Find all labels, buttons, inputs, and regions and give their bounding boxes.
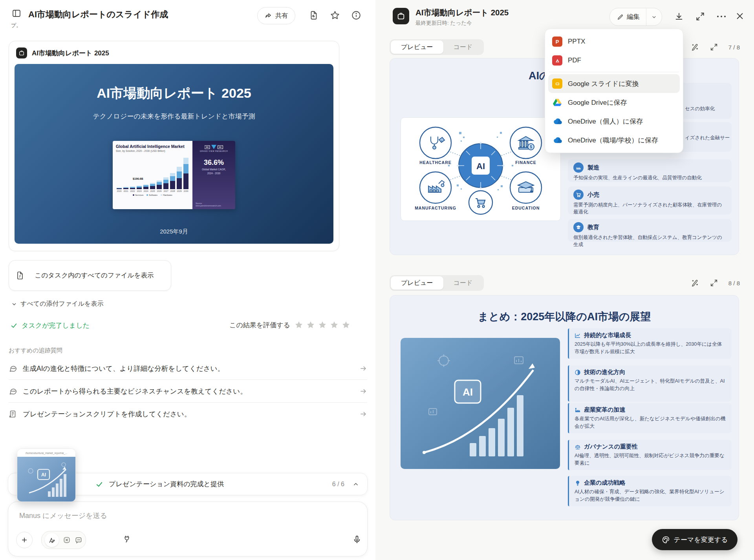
followup-question[interactable]: プレゼンテーションスクリプトを作成してください。: [9, 403, 367, 425]
page-indicator: 7 / 8: [728, 44, 740, 51]
desc-fragment: セスの効率化: [685, 106, 715, 112]
arrow-right-icon: [359, 410, 367, 418]
star-icon[interactable]: [341, 320, 351, 330]
chart-subtitle: Size, by Solution, 2020 - 2030 (USD Bill…: [116, 150, 189, 152]
attachments-toggle[interactable]: すべての添付ファイルを表示: [11, 300, 103, 308]
lightbulb-icon: [575, 480, 581, 486]
progress-count: 6 / 6: [332, 481, 344, 488]
chart-bar: [130, 186, 135, 189]
show-all-files-label: このタスク内のすべてのファイルを表示: [29, 271, 159, 280]
share-button[interactable]: 共有: [257, 7, 295, 24]
svg-text:$: $: [530, 145, 532, 149]
star-icon[interactable]: [306, 320, 315, 330]
change-theme-button[interactable]: テーマを変更する: [652, 529, 738, 550]
star-icon[interactable]: [294, 320, 304, 330]
menu-label: Google スライドに変換: [568, 79, 639, 88]
summary-desc: マルチモーダルAI、AIエージェント、特化型AIモデルの普及と、AIの自律性・推…: [575, 378, 726, 392]
question-text: 生成AIの進化と特徴について、より詳細な分析をしてください。: [23, 364, 354, 373]
sidebar-toggle-icon[interactable]: [12, 9, 21, 18]
show-all-files-button[interactable]: このタスク内のすべてのファイルを表示: [9, 260, 171, 291]
expand-icon[interactable]: [710, 279, 718, 287]
magic-edit-icon[interactable]: [691, 279, 699, 287]
followup-question[interactable]: 生成AIの進化と特徴について、より詳細な分析をしてください。: [9, 357, 367, 380]
slide-result-card[interactable]: AI市場動向レポート 2025 AI市場動向レポート 2025 テクノロジーの未…: [9, 41, 339, 251]
slide-preview-cover: AI市場動向レポート 2025 テクノロジーの未来を形作る最新トレンドと市場予測…: [15, 64, 333, 244]
tab-preview[interactable]: プレビュー: [391, 276, 443, 290]
chart-bar: [123, 187, 128, 189]
chart-source: Source: www.grandviewresearch.com: [196, 202, 221, 207]
connector-button[interactable]: [119, 531, 135, 547]
summary-desc: AI人材の確保・育成、データ戦略の強化、業界特化型AIソリューションの開発が競争…: [575, 488, 726, 503]
message-input[interactable]: [18, 511, 256, 520]
menu-item-pptx[interactable]: P PPTX: [548, 32, 680, 51]
menu-item-onedrive-work[interactable]: OneDrive（職場/学校）に保存: [548, 131, 680, 150]
grad-cap-icon: [573, 222, 584, 232]
followup-question[interactable]: このレポートから得られる主要なビジネスチャンスを教えてください。: [9, 380, 367, 403]
edit-button[interactable]: 編集: [610, 8, 646, 26]
star-icon[interactable]: [329, 320, 339, 330]
tab-code[interactable]: コード: [443, 276, 483, 290]
star-icon[interactable]: [330, 10, 340, 20]
summary-item: 技術の進化方向 マルチモーダルAI、AIエージェント、特化型AIモデルの普及と、…: [568, 365, 732, 401]
summary-desc: 2025年以降も年平均30%以上の成長率を維持し、2030年には全体市場が数兆ド…: [575, 341, 726, 356]
onedrive-icon: [552, 135, 562, 145]
chart-bar: [170, 173, 175, 189]
chart-title: Global Artificial Intelligence Market: [116, 144, 189, 149]
industry-title: 教育: [587, 224, 599, 231]
diagram-label-education: EDUCATION: [512, 206, 540, 210]
chat-bubble-icon: [9, 387, 17, 396]
download-icon[interactable]: [674, 11, 684, 22]
pdf-file-icon: [552, 55, 562, 66]
rating-stars[interactable]: [294, 320, 351, 330]
agent-mode-button[interactable]: [45, 533, 59, 547]
slide8-preview[interactable]: まとめ：2025年以降のAI市場の展望 AI: [390, 295, 739, 520]
file-thumbnail[interactable]: /home/ubuntu/ai_market_report/ai_... AI: [17, 449, 76, 502]
edit-menu-button[interactable]: [646, 8, 662, 26]
summary-item: 持続的な市場成長 2025年以降も年平均30%以上の成長率を維持し、2030年に…: [568, 328, 732, 359]
slide-card-header: AI市場動向レポート 2025: [16, 47, 109, 58]
cart-icon: [573, 190, 584, 200]
expand-icon[interactable]: [695, 11, 705, 22]
menu-label: Google Driveに保存: [568, 98, 627, 107]
chart-bar: [177, 167, 182, 189]
view-tabs: プレビュー コード: [390, 275, 484, 291]
expand-icon[interactable]: [710, 43, 718, 51]
chart-plot-area: Global Artificial Intelligence Market Si…: [113, 141, 192, 209]
summary-desc: 各産業でのAI活用が深化し、新たなビジネスモデルや価値創出の機会が拡大: [575, 415, 726, 430]
knowledge-icon[interactable]: [63, 536, 71, 544]
industry-desc: 個別最適化された学習体験、自動採点システム、教育コンテンツの生成: [573, 234, 726, 248]
task-status: タスクが完了しました: [10, 321, 90, 330]
info-icon[interactable]: [351, 10, 361, 20]
arrow-right-icon: [359, 365, 367, 372]
chevron-up-icon[interactable]: [352, 481, 359, 488]
microphone-icon[interactable]: [352, 535, 362, 544]
cover-date: 2025年9月: [15, 228, 333, 235]
chart-annotation: $196.6B: [133, 177, 143, 180]
industry-diagram: $: [401, 117, 561, 221]
cover-title: AI市場動向レポート 2025: [15, 84, 333, 102]
feedback-icon[interactable]: [75, 536, 82, 544]
star-icon[interactable]: [318, 320, 327, 330]
chat-panel: AI市場動向レポートのスライド作成 プ。 共有 AI市場動向レポート 2025 …: [0, 0, 376, 560]
attach-button[interactable]: [16, 532, 33, 548]
chart-x-axis: 2020202120222023202420252026202720282029…: [116, 190, 189, 192]
attachments-toggle-label: すべての添付ファイルを表示: [20, 300, 103, 308]
add-to-file-icon[interactable]: [309, 10, 319, 20]
menu-item-google-slides[interactable]: Google スライドに変換: [548, 74, 680, 93]
close-icon[interactable]: [735, 11, 745, 21]
more-icon[interactable]: [716, 13, 727, 20]
file-path-label: /home/ubuntu/ai_market_report/ai_...: [17, 449, 75, 457]
tab-preview[interactable]: プレビュー: [391, 40, 443, 54]
mode-selector[interactable]: [41, 531, 86, 549]
menu-item-pdf[interactable]: PDF: [548, 51, 680, 70]
trend-chart-icon: [575, 332, 581, 339]
tab-code[interactable]: コード: [443, 40, 483, 54]
summary-item: ガバナンスの重要性 AI倫理、透明性、説明可能性、規制対応がビジネス競争力の重要…: [568, 440, 732, 470]
menu-item-onedrive-personal[interactable]: OneDrive（個人）に保存: [548, 112, 680, 131]
message-composer[interactable]: [8, 502, 368, 556]
industry-diagram-svg: $: [401, 118, 560, 221]
cagr-value: 36.6%: [195, 159, 233, 167]
magic-edit-icon[interactable]: [691, 43, 699, 51]
menu-item-google-drive[interactable]: Google Driveに保存: [548, 93, 680, 112]
progress-label: プレゼンテーション資料の完成と提供: [109, 480, 332, 489]
